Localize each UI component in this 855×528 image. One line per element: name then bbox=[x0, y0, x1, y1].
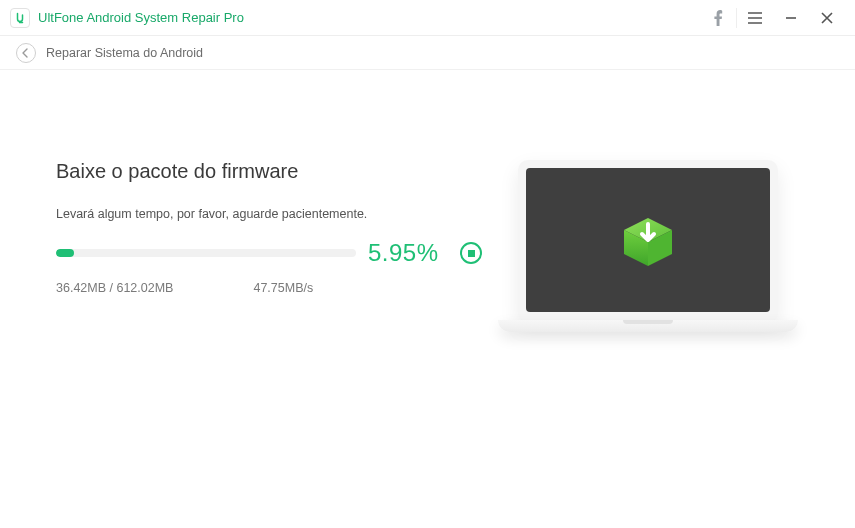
minimize-button[interactable] bbox=[773, 0, 809, 36]
laptop-illustration bbox=[498, 160, 798, 332]
package-download-icon bbox=[616, 208, 680, 272]
illustration-panel bbox=[496, 160, 799, 528]
close-button[interactable] bbox=[809, 0, 845, 36]
menu-button[interactable] bbox=[737, 0, 773, 36]
progress-fill bbox=[56, 249, 74, 257]
breadcrumb-label: Reparar Sistema do Android bbox=[46, 46, 203, 60]
titlebar: UltFone Android System Repair Pro bbox=[0, 0, 855, 36]
download-size: 36.42MB / 612.02MB bbox=[56, 281, 173, 295]
back-button[interactable] bbox=[16, 43, 36, 63]
progress-bar bbox=[56, 249, 356, 257]
titlebar-controls bbox=[700, 0, 845, 36]
facebook-button[interactable] bbox=[700, 0, 736, 36]
main-content: Baixe o pacote do firmware Levará algum … bbox=[0, 70, 855, 528]
app-title: UltFone Android System Repair Pro bbox=[38, 10, 244, 25]
page-heading: Baixe o pacote do firmware bbox=[56, 160, 496, 183]
stop-button[interactable] bbox=[460, 242, 482, 264]
app-logo-icon bbox=[10, 8, 30, 28]
page-subtext: Levará algum tempo, por favor, aguarde p… bbox=[56, 207, 496, 221]
download-panel: Baixe o pacote do firmware Levará algum … bbox=[56, 160, 496, 528]
breadcrumb: Reparar Sistema do Android bbox=[0, 36, 855, 70]
stop-icon bbox=[468, 250, 475, 257]
download-speed: 47.75MB/s bbox=[253, 281, 313, 295]
progress-percent: 5.95% bbox=[368, 239, 448, 267]
